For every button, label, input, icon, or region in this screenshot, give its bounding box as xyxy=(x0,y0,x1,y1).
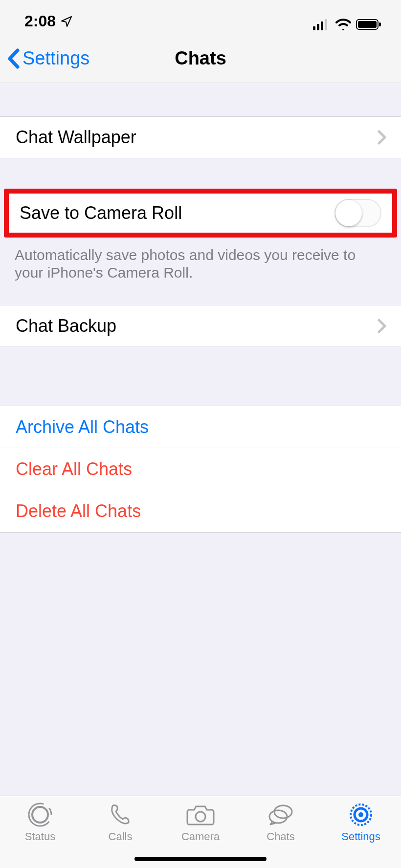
svg-rect-2 xyxy=(321,22,323,30)
save-to-camera-roll-highlight: Save to Camera Roll xyxy=(4,189,397,238)
home-indicator[interactable] xyxy=(134,857,267,861)
location-icon xyxy=(61,16,72,27)
back-button[interactable]: Settings xyxy=(7,48,89,69)
chat-backup-row[interactable]: Chat Backup xyxy=(0,305,401,347)
chevron-right-icon xyxy=(378,130,386,145)
status-left: 2:08 xyxy=(24,12,72,30)
archive-all-chats-button[interactable]: Archive All Chats xyxy=(0,406,401,448)
tab-calls-label: Calls xyxy=(109,830,133,843)
svg-rect-5 xyxy=(358,21,377,28)
tab-status-label: Status xyxy=(25,830,55,843)
svg-point-9 xyxy=(196,812,205,822)
status-right xyxy=(313,19,382,30)
svg-rect-1 xyxy=(317,24,319,30)
archive-all-chats-label: Archive All Chats xyxy=(16,417,149,437)
phone-icon xyxy=(108,801,133,828)
status-bar: 2:08 xyxy=(0,0,401,34)
delete-all-chats-button[interactable]: Delete All Chats xyxy=(0,490,401,532)
svg-rect-6 xyxy=(379,22,381,26)
toggle-knob xyxy=(335,200,362,226)
gear-icon xyxy=(349,801,373,828)
nav-bar: Settings Chats xyxy=(0,34,401,83)
clear-all-chats-label: Clear All Chats xyxy=(16,459,132,479)
tab-status[interactable]: Status xyxy=(3,801,77,868)
chat-backup-label: Chat Backup xyxy=(16,316,116,336)
clear-all-chats-button[interactable]: Clear All Chats xyxy=(0,448,401,490)
chat-actions-group: Archive All Chats Clear All Chats Delete… xyxy=(0,406,401,533)
chevron-left-icon xyxy=(7,48,21,69)
status-time: 2:08 xyxy=(24,12,56,30)
svg-point-13 xyxy=(358,812,363,817)
chevron-right-icon xyxy=(378,319,386,333)
chats-icon xyxy=(267,801,295,828)
nav-title: Chats xyxy=(175,48,226,69)
tab-camera-label: Camera xyxy=(181,830,220,843)
save-to-camera-roll-note: Automatically save photos and videos you… xyxy=(0,238,401,282)
status-icon xyxy=(27,801,53,828)
cellular-icon xyxy=(313,19,331,30)
back-label: Settings xyxy=(22,48,89,69)
chat-wallpaper-label: Chat Wallpaper xyxy=(16,127,136,148)
tab-settings-label: Settings xyxy=(341,830,380,843)
delete-all-chats-label: Delete All Chats xyxy=(16,501,141,521)
save-to-camera-roll-toggle[interactable] xyxy=(334,199,381,227)
camera-icon xyxy=(186,801,215,828)
svg-point-7 xyxy=(32,807,48,823)
content: Chat Wallpaper Save to Camera Roll Autom… xyxy=(0,83,401,533)
svg-rect-0 xyxy=(313,26,315,30)
save-to-camera-roll-row[interactable]: Save to Camera Roll xyxy=(9,194,392,233)
save-to-camera-roll-label: Save to Camera Roll xyxy=(20,203,182,223)
wifi-icon xyxy=(335,19,351,30)
svg-rect-3 xyxy=(325,19,327,30)
chat-wallpaper-row[interactable]: Chat Wallpaper xyxy=(0,116,401,158)
tab-settings[interactable]: Settings xyxy=(324,801,398,868)
tab-chats-label: Chats xyxy=(267,830,294,843)
battery-icon xyxy=(356,19,382,30)
